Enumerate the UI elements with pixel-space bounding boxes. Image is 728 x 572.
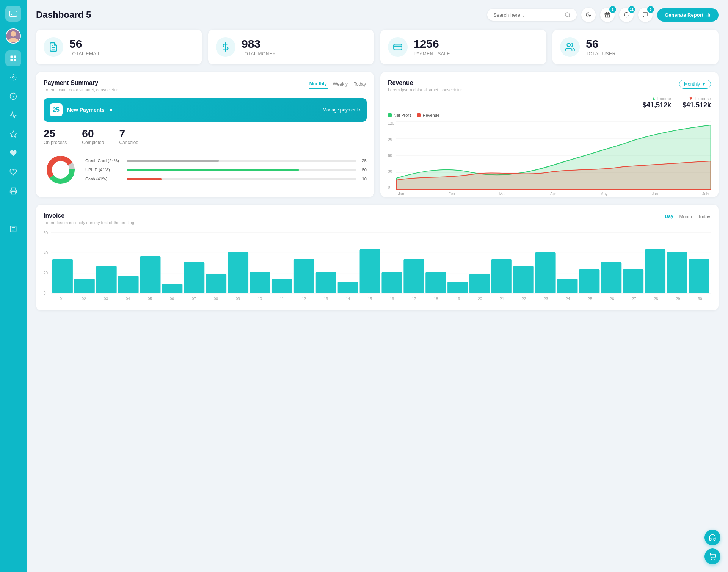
invoice-bar-chart: 0102030405060708091011121314151617181920…: [51, 231, 711, 303]
expense-value: $41,512k: [682, 101, 711, 109]
svg-rect-7: [11, 59, 13, 61]
sidebar-item-heart-outline[interactable]: [5, 164, 21, 180]
revenue-legend-label: Revenue: [423, 113, 439, 118]
search-input[interactable]: [493, 12, 562, 18]
sidebar-item-analytics[interactable]: [5, 107, 21, 123]
svg-line-23: [569, 16, 570, 17]
tab-today-invoice[interactable]: Today: [697, 213, 711, 221]
gift-badge: 2: [609, 6, 616, 13]
stat-number-money: 983: [242, 38, 276, 50]
donut-chart: [44, 153, 78, 187]
tab-month-invoice[interactable]: Month: [679, 213, 693, 221]
svg-rect-68: [491, 259, 512, 293]
invoice-title-group: Invoice Lorem Ipsum is simply dummy text…: [44, 212, 134, 225]
cart-float-btn[interactable]: [704, 548, 720, 564]
upi-bar-fill: [127, 169, 299, 171]
svg-rect-69: [513, 266, 534, 293]
x-label-jun: Jun: [652, 192, 658, 196]
stat-card-money: 983 TOTAL MONEY: [208, 30, 374, 64]
stat-icon-user: [560, 37, 580, 57]
y-label-120: 120: [388, 121, 394, 125]
svg-rect-2: [11, 14, 12, 15]
stat-label-payment: PAYMENT SALE: [414, 51, 450, 56]
invoice-subtitle: Lorem Ipsum is simply dummy text of the …: [44, 220, 134, 225]
svg-rect-6: [14, 56, 16, 58]
svg-point-38: [52, 161, 69, 178]
svg-rect-14: [11, 192, 15, 194]
sidebar-item-menu[interactable]: [5, 202, 21, 218]
stat-icon-payment: [388, 37, 408, 57]
payment-summary-header: Payment Summary Lorem ipsum dolor sit am…: [44, 80, 367, 92]
invoice-x-label: 21: [491, 297, 513, 301]
moon-btn[interactable]: [581, 8, 596, 22]
legend-revenue: Revenue: [417, 113, 439, 118]
invoice-x-label: 08: [205, 297, 227, 301]
svg-rect-8: [14, 59, 16, 61]
chevron-down-icon: ▼: [701, 81, 706, 87]
avatar[interactable]: [6, 28, 21, 44]
invoice-x-label: 18: [425, 297, 447, 301]
credit-card-bar-fill: [127, 160, 219, 162]
on-process-number: 25: [44, 128, 67, 140]
search-box: [487, 9, 577, 21]
sidebar-logo[interactable]: [5, 6, 21, 22]
revenue-period-select[interactable]: Monthly ▼: [679, 80, 711, 89]
svg-rect-48: [52, 259, 73, 293]
svg-rect-55: [206, 274, 226, 293]
payment-summary-subtitle: Lorem ipsum dolor sit amet, consectetur: [44, 88, 118, 92]
invoice-x-label: 05: [139, 297, 161, 301]
invoice-x-label: 12: [293, 297, 315, 301]
revenue-subtitle: Lorem ipsum dolor sit amet, consectetur: [388, 88, 462, 92]
payment-summary-tabs: Monthly Weekly Today: [309, 80, 367, 89]
svg-rect-58: [272, 279, 292, 293]
sidebar-item-info[interactable]: [5, 88, 21, 104]
progress-row-cash: Cash (41%) 10: [85, 177, 367, 181]
y-label-0: 0: [388, 185, 394, 190]
stat-number-user: 56: [586, 38, 616, 50]
chat-icon: [642, 12, 648, 18]
svg-rect-66: [447, 282, 468, 293]
sidebar-item-settings[interactable]: [5, 69, 21, 85]
invoice-x-label: 29: [667, 297, 689, 301]
tab-day-invoice[interactable]: Day: [664, 212, 674, 221]
revenue-card: Revenue Lorem ipsum dolor sit amet, cons…: [380, 72, 719, 197]
sidebar-item-favorites[interactable]: [5, 126, 21, 142]
stat-info-user: 56 TOTAL USER: [586, 38, 616, 56]
generate-report-button[interactable]: Generate Report: [657, 8, 719, 22]
new-payments-banner: 25 New Payments ● Manage payment ›: [44, 98, 367, 122]
cash-bar-bg: [127, 178, 356, 180]
gift-btn[interactable]: 2: [600, 8, 615, 22]
invoice-x-label: 16: [381, 297, 403, 301]
manage-payment-link[interactable]: Manage payment ›: [323, 107, 361, 113]
stat-card-email: 56 TOTAL EMAIL: [36, 30, 202, 64]
x-label-apr: Apr: [550, 192, 556, 196]
invoice-y-60: 60: [44, 231, 48, 235]
svg-point-22: [565, 13, 570, 17]
sidebar-item-list[interactable]: [5, 221, 21, 237]
tab-weekly-payment[interactable]: Weekly: [332, 80, 348, 88]
svg-rect-51: [118, 276, 139, 294]
invoice-x-label: 14: [337, 297, 359, 301]
svg-rect-54: [184, 262, 204, 293]
chat-btn[interactable]: 5: [638, 8, 653, 22]
new-payments-left: 25 New Payments ●: [50, 103, 113, 116]
generate-report-label: Generate Report: [665, 12, 703, 18]
bell-btn[interactable]: 12: [619, 8, 634, 22]
content-row: Payment Summary Lorem ipsum dolor sit am…: [36, 72, 719, 197]
legend-net-profit: Net Profit: [388, 113, 411, 118]
page-title: Dashboard 5: [36, 9, 91, 20]
stat-completed: 60 Completed: [82, 128, 104, 145]
headset-float-btn[interactable]: [704, 530, 720, 545]
revenue-dot: [417, 113, 421, 117]
sidebar-item-print[interactable]: [5, 183, 21, 199]
invoice-x-label: 24: [557, 297, 579, 301]
tab-today-payment[interactable]: Today: [353, 80, 367, 88]
svg-rect-71: [557, 279, 578, 293]
headset-icon: [709, 534, 716, 541]
svg-rect-60: [316, 272, 336, 293]
canceled-label: Canceled: [119, 140, 138, 145]
sidebar-item-heart-filled[interactable]: [5, 145, 21, 161]
tab-monthly-payment[interactable]: Monthly: [309, 80, 328, 89]
sidebar-item-dashboard[interactable]: [5, 50, 21, 66]
stat-label-user: TOTAL USER: [586, 51, 616, 56]
